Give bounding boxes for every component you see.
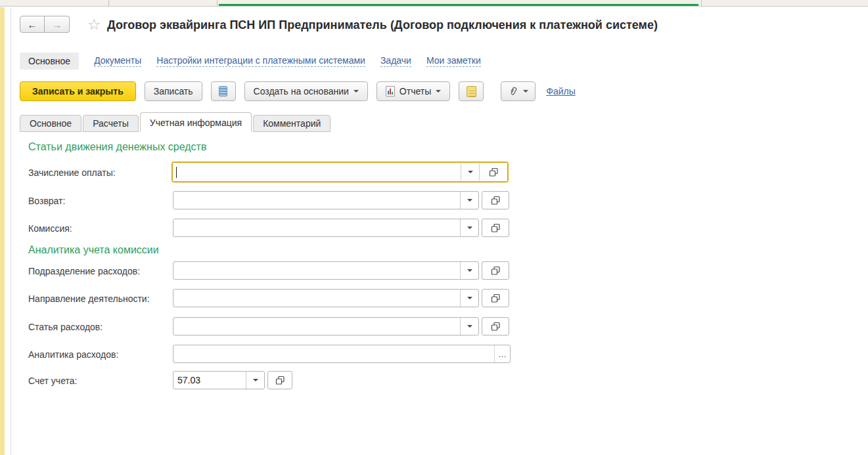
- dropdown-arrow-icon[interactable]: [461, 192, 478, 209]
- ellipsis-button[interactable]: …: [494, 345, 510, 362]
- form-tabs: Основное Расчеты Учетная информация Комм…: [20, 112, 332, 132]
- field-label: Возврат:: [28, 191, 65, 211]
- favorite-star-icon[interactable]: ☆: [87, 16, 101, 33]
- post-document-button[interactable]: [211, 81, 236, 101]
- open-picker-button[interactable]: [482, 191, 509, 209]
- open-picker-button[interactable]: [267, 371, 292, 389]
- dropdown-arrow-icon[interactable]: [461, 290, 478, 307]
- history-buttons: ← →: [20, 16, 70, 33]
- field-label: Направление деятельности:: [28, 289, 150, 309]
- back-button[interactable]: ←: [20, 16, 45, 33]
- open-icon: [491, 322, 501, 332]
- post-document-icon: [219, 86, 227, 97]
- navigation-panel: Основное Документы Настройки интеграции …: [20, 53, 481, 70]
- nav-link-my-notes[interactable]: Мои заметки: [426, 55, 481, 67]
- field-label: Подразделение расходов:: [28, 261, 140, 281]
- open-picker-button[interactable]: [482, 289, 509, 307]
- open-picker-button[interactable]: [482, 317, 509, 336]
- reports-label: Отчеты: [400, 86, 431, 97]
- expense-department-field[interactable]: [173, 261, 479, 280]
- note-icon: [467, 86, 476, 97]
- save-and-close-button[interactable]: Записать и закрыть: [20, 81, 136, 101]
- commission-field[interactable]: [173, 219, 479, 237]
- create-based-on-button[interactable]: Создать на основании: [244, 81, 368, 101]
- payment-credit-field[interactable]: [171, 162, 509, 183]
- text-caret: [176, 167, 177, 178]
- section-title-cash-flow-items: Статьи движения денежных средств: [28, 141, 206, 153]
- tab-separator: [108, 0, 109, 7]
- tab-comment[interactable]: Комментарий: [253, 115, 331, 132]
- refund-field[interactable]: [173, 191, 479, 209]
- active-tab-underline: [219, 4, 698, 6]
- open-icon: [491, 223, 501, 233]
- chevron-down-icon: [354, 90, 359, 93]
- field-label: Комиссия:: [28, 219, 72, 238]
- dropdown-arrow-icon[interactable]: [461, 219, 478, 236]
- tab-accounting-info[interactable]: Учетная информация: [140, 112, 252, 132]
- report-icon: [386, 86, 395, 97]
- page-title: Договор эквайринга ПСН ИП Предпринимател…: [107, 18, 658, 32]
- field-label: Зачисление оплаты:: [28, 163, 116, 183]
- open-icon: [275, 376, 285, 385]
- chevron-down-icon: [436, 90, 441, 93]
- open-icon: [491, 196, 501, 206]
- nav-link-integration-settings[interactable]: Настройки интеграции с платежными систем…: [156, 55, 365, 67]
- tab-separator: [701, 0, 702, 7]
- reports-button[interactable]: Отчеты: [377, 81, 450, 101]
- save-button[interactable]: Записать: [145, 81, 202, 101]
- dropdown-arrow-icon[interactable]: [461, 262, 478, 279]
- section-title-commission-analytics: Аналитика учета комиссии: [28, 244, 159, 256]
- nav-item-main[interactable]: Основное: [20, 53, 79, 70]
- field-label: Аналитика расходов:: [28, 345, 118, 364]
- dropdown-arrow-icon[interactable]: [461, 163, 479, 181]
- note-button[interactable]: [459, 81, 484, 101]
- dropdown-arrow-icon[interactable]: [461, 318, 478, 335]
- files-link[interactable]: Файлы: [546, 86, 575, 97]
- chevron-down-icon: [523, 90, 528, 93]
- tab-separator: [217, 0, 217, 7]
- expense-analytics-field[interactable]: …: [173, 345, 511, 363]
- open-icon: [491, 266, 501, 276]
- open-icon: [489, 167, 499, 177]
- account-field[interactable]: 57.03: [173, 371, 265, 389]
- open-picker-button[interactable]: [480, 163, 507, 181]
- app-window: ← → ☆ Договор эквайринга ПСН ИП Предприн…: [0, 0, 868, 455]
- tab-settlements[interactable]: Расчеты: [83, 115, 139, 132]
- left-accent-bar: [0, 7, 5, 455]
- field-label: Статья расходов:: [28, 317, 103, 337]
- command-bar: Записать и закрыть Записать Создать на о…: [20, 81, 576, 101]
- open-picker-button[interactable]: [482, 219, 509, 237]
- create-based-on-label: Создать на основании: [254, 86, 349, 97]
- forward-button[interactable]: →: [45, 16, 70, 33]
- nav-link-documents[interactable]: Документы: [94, 55, 141, 67]
- form-left-border: [11, 7, 11, 455]
- paperclip-icon: [506, 84, 520, 98]
- dropdown-arrow-icon[interactable]: [246, 372, 264, 389]
- nav-link-tasks[interactable]: Задачи: [380, 55, 411, 67]
- attachments-button[interactable]: [501, 81, 536, 101]
- tab-main[interactable]: Основное: [20, 115, 81, 132]
- open-picker-button[interactable]: [482, 261, 509, 280]
- expense-item-field[interactable]: [173, 317, 479, 336]
- open-icon: [491, 293, 501, 303]
- field-label: Счет учета:: [28, 371, 77, 391]
- top-tab-strip[interactable]: [0, 0, 868, 7]
- business-line-field[interactable]: [173, 289, 479, 307]
